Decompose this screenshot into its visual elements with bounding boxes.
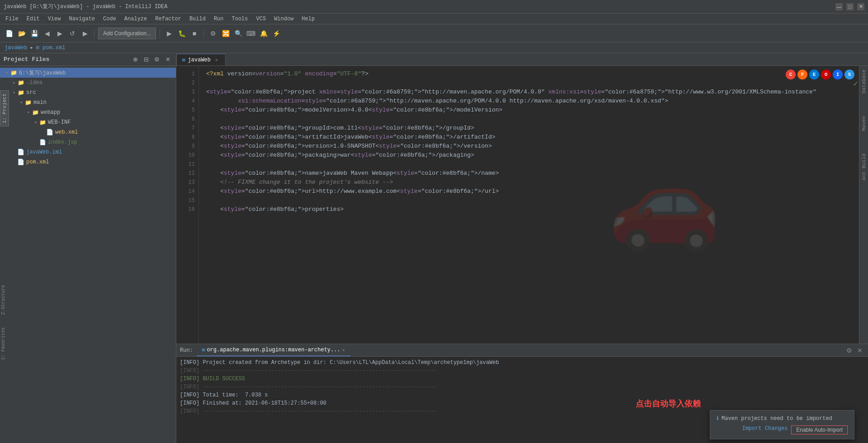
tree-item-1[interactable]: ▸📁.idea	[0, 78, 176, 88]
menu-item-tools[interactable]: Tools	[228, 15, 252, 23]
tree-icon-5: 📁	[39, 119, 46, 126]
line-number-4: 4	[176, 97, 195, 106]
panel-settings-button[interactable]: ⚙	[844, 346, 854, 355]
console-line: [INFO] Finished at: 2021-06-18T15:27:55+…	[180, 399, 864, 407]
line-number-13: 13	[176, 178, 195, 187]
notification-actions: Import Changes Enable Auto-Import	[717, 425, 848, 434]
add-file-button[interactable]: ⊕	[131, 55, 140, 64]
tree-arrow-1: ▸	[11, 79, 17, 86]
settings-sidebar-button[interactable]: ⚙	[152, 55, 161, 64]
import-changes-link[interactable]: Import Changes	[742, 425, 788, 434]
separator-1	[94, 29, 94, 38]
tree-item-7[interactable]: 📄index.jsp	[0, 137, 176, 147]
new-button[interactable]: 📄	[4, 28, 14, 39]
back-button[interactable]: ◀	[42, 28, 52, 39]
tree-arrow-5: ▾	[33, 119, 39, 126]
tree-item-6[interactable]: 📄web.xml	[0, 127, 176, 137]
debug-button[interactable]: 🐛	[176, 28, 187, 39]
editor-section: m javaWeb ✕ 🚗 ✓ C F E O I S 123456789101…	[176, 53, 868, 443]
breadcrumb: javaWeb ▸ m pom.xml	[0, 42, 868, 53]
z-structure-tab[interactable]: Z-Structure	[0, 283, 7, 317]
run-button[interactable]: ▶	[164, 28, 175, 39]
tree-item-3[interactable]: ▾📁main	[0, 98, 176, 107]
bottom-panel-controls: ⚙ ✕	[844, 346, 864, 355]
separator-3	[203, 29, 204, 38]
tree-arrow-6	[40, 129, 46, 135]
tree-label-2: src	[26, 89, 36, 96]
menu-item-window[interactable]: Window	[270, 15, 297, 23]
menu-item-file[interactable]: File	[2, 15, 22, 23]
notifications-button[interactable]: 🔔	[258, 28, 269, 39]
menu-item-code[interactable]: Code	[99, 15, 120, 23]
breadcrumb-part-1[interactable]: javaWeb	[5, 45, 27, 51]
tree-icon-0: 📁	[10, 69, 17, 76]
menu-item-view[interactable]: View	[44, 15, 65, 23]
maximize-button[interactable]: □	[846, 3, 854, 10]
settings-button[interactable]: ⚙	[208, 28, 218, 39]
tab-close-button[interactable]: ✕	[213, 57, 220, 63]
tree-label-0: G:\复习\javaWeb	[19, 69, 66, 77]
notification-message: Maven projects need to be imported	[722, 415, 832, 422]
tree-icon-7: 📄	[39, 139, 46, 146]
tree-item-9[interactable]: 📄pom.xml	[0, 157, 176, 167]
save-button[interactable]: 💾	[29, 28, 40, 39]
enable-auto-import-button[interactable]: Enable Auto-Import	[791, 425, 848, 434]
editor-tabs: m javaWeb ✕	[176, 53, 868, 66]
line-number-3: 3	[176, 88, 195, 97]
toolbar: 📄 📂 💾 ◀ ▶ ↺ ▶ Add Configuration... ▶ 🐛 ■…	[0, 24, 868, 42]
menu-item-build[interactable]: Build	[186, 15, 209, 23]
tree-item-8[interactable]: 📄javaWeb.iml	[0, 147, 176, 157]
menu-item-navigate[interactable]: Navigate	[65, 15, 99, 23]
panel-close-button[interactable]: ✕	[855, 346, 864, 355]
run-config-button[interactable]: ▶	[80, 28, 90, 39]
import-notification: ℹ Maven projects need to be imported Imp…	[710, 410, 854, 439]
collapse-all-button[interactable]: ⊟	[142, 55, 151, 64]
vcs-button[interactable]: 🔀	[220, 28, 231, 39]
title-bar: javaWeb [G:\复习\javaWeb] - javaWeb - Inte…	[0, 0, 868, 14]
tree-icon-4: 📁	[32, 109, 39, 116]
breadcrumb-part-2[interactable]: m pom.xml	[36, 45, 66, 51]
menu-item-vcs[interactable]: VCS	[253, 15, 270, 23]
add-configuration-button[interactable]: Add Configuration...	[98, 28, 156, 39]
tab-javaweb[interactable]: m javaWeb ✕	[176, 54, 226, 65]
close-button[interactable]: ✕	[857, 3, 864, 10]
project-panel-tab[interactable]: 1: Project	[0, 90, 9, 126]
editor-area[interactable]: 🚗 ✓ C F E O I S 12345678910111213141516 …	[176, 66, 868, 344]
line-number-5: 5	[176, 106, 195, 115]
search-button[interactable]: 🔍	[233, 28, 244, 39]
minimize-button[interactable]: —	[835, 3, 843, 10]
stop-button[interactable]: ■	[189, 28, 200, 39]
tree-label-4: webapp	[41, 109, 60, 116]
tree-item-4[interactable]: ▾📁webapp	[0, 107, 176, 117]
forward-button[interactable]: ▶	[54, 28, 65, 39]
menu-item-edit[interactable]: Edit	[23, 15, 43, 23]
favorites-panel-tab[interactable]: 2: Favorites	[0, 326, 7, 362]
terminal-button[interactable]: ⌨	[245, 28, 256, 39]
console-line: [INFO] ---------------------------------…	[180, 383, 864, 391]
power-button[interactable]: ⚡	[271, 28, 282, 39]
code-line-15	[206, 196, 861, 205]
code-editor[interactable]: <?xml version=version="1.0" encoding="UT…	[199, 66, 868, 344]
code-line-10: <style="color:#e8bf6a;">packaging>war<st…	[206, 151, 861, 160]
tree-item-5[interactable]: ▾📁WEB-INF	[0, 117, 176, 127]
tree-item-0[interactable]: ▾📁G:\复习\javaWeb	[0, 68, 176, 78]
tree-label-6: web.xml	[55, 129, 78, 135]
menu-item-run[interactable]: Run	[210, 15, 227, 23]
tree-label-7: index.jsp	[48, 139, 77, 145]
menu-item-help[interactable]: Help	[298, 15, 318, 23]
line-numbers: 12345678910111213141516	[176, 66, 199, 344]
open-button[interactable]: 📂	[16, 28, 27, 39]
line-number-10: 10	[176, 151, 195, 160]
code-line-6	[206, 115, 861, 124]
refresh-button[interactable]: ↺	[67, 28, 78, 39]
tree-item-2[interactable]: ▾📁src	[0, 88, 176, 98]
menu-item-analyze[interactable]: Analyze	[121, 15, 151, 23]
code-line-4: xsi:schemaLocation=style="color:#6a8759;…	[206, 97, 861, 106]
menu-item-refactor[interactable]: Refactor	[151, 15, 185, 23]
project-sidebar: Project Files ⊕ ⊟ ⚙ ✕ ▾📁G:\复习\javaWeb▸📁.…	[0, 53, 176, 443]
close-sidebar-button[interactable]: ✕	[163, 55, 172, 64]
run-tab-close[interactable]: ✕	[342, 347, 345, 353]
run-tab[interactable]: m org.apache.maven.plugins:maven-archety…	[197, 345, 350, 356]
separator-2	[160, 29, 160, 38]
code-line-16: <style="color:#e8bf6a;">properties>	[206, 205, 861, 214]
